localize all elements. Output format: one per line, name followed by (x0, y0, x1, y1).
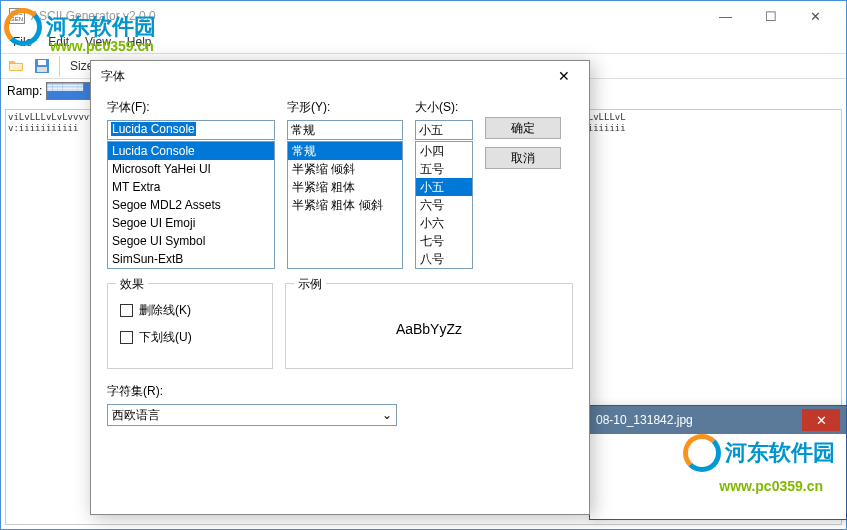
size-input[interactable]: 小五 (415, 120, 473, 140)
charset-select[interactable]: 西欧语言 ⌄ (107, 404, 397, 426)
watermark-url-2: www.pc0359.cn (719, 478, 823, 494)
list-item[interactable]: 小六 (416, 214, 472, 232)
list-item[interactable]: 半紧缩 倾斜 (288, 160, 402, 178)
font-dialog-title: 字体 (101, 68, 125, 85)
close-button[interactable]: ✕ (793, 2, 838, 30)
svg-rect-2 (37, 67, 47, 72)
list-item[interactable]: MT Extra (108, 178, 274, 196)
list-item[interactable]: 五号 (416, 160, 472, 178)
list-item[interactable]: Segoe UI Emoji (108, 214, 274, 232)
style-list[interactable]: 常规半紧缩 倾斜半紧缩 粗体半紧缩 粗体 倾斜 (287, 141, 403, 269)
strikeout-checkbox-row[interactable]: 删除线(K) (120, 302, 260, 319)
cancel-button[interactable]: 取消 (485, 147, 561, 169)
watermark-logo-2: 河东软件园 (679, 430, 835, 476)
sample-title: 示例 (294, 276, 326, 293)
underline-label: 下划线(U) (139, 329, 192, 346)
strikeout-checkbox[interactable] (120, 304, 133, 317)
list-item[interactable]: 小五 (416, 178, 472, 196)
charset-value: 西欧语言 (112, 407, 160, 424)
list-item[interactable]: 六号 (416, 196, 472, 214)
size-list[interactable]: 小四五号小五六号小六七号八号 (415, 141, 473, 269)
list-item[interactable]: Microsoft YaHei UI (108, 160, 274, 178)
list-item[interactable]: 八号 (416, 250, 472, 268)
effects-group: 效果 删除线(K) 下划线(U) (107, 283, 273, 369)
ok-button[interactable]: 确定 (485, 117, 561, 139)
save-icon[interactable] (31, 55, 53, 77)
ramp-label: Ramp: (7, 84, 42, 98)
list-item[interactable]: Segoe MDL2 Assets (108, 196, 274, 214)
preview-close-button[interactable]: ✕ (802, 409, 840, 431)
font-input[interactable]: Lucida Console (107, 120, 275, 140)
list-item[interactable]: 小四 (416, 142, 472, 160)
svg-rect-1 (38, 60, 46, 65)
list-item[interactable]: 常规 (288, 142, 402, 160)
logo-icon (0, 4, 46, 50)
underline-checkbox[interactable] (120, 331, 133, 344)
toolbar-separator (59, 56, 60, 76)
watermark-logo: 河东软件园 (0, 4, 156, 50)
list-item[interactable]: Lucida Console (108, 142, 274, 160)
preview-title: 08-10_131842.jpg (596, 413, 693, 427)
window-controls: — ☐ ✕ (703, 2, 838, 30)
chevron-down-icon: ⌄ (382, 408, 392, 422)
font-list[interactable]: Lucida ConsoleMicrosoft YaHei UIMT Extra… (107, 141, 275, 269)
list-item[interactable]: 半紧缩 粗体 (288, 178, 402, 196)
charset-label: 字符集(R): (107, 383, 573, 400)
list-item[interactable]: 七号 (416, 232, 472, 250)
logo-icon-2 (679, 430, 725, 476)
watermark-text: 河东软件园 (46, 12, 156, 42)
maximize-button[interactable]: ☐ (748, 2, 793, 30)
font-dialog: 字体 ✕ 字体(F): Lucida Console Lucida Consol… (90, 60, 590, 515)
effects-title: 效果 (116, 276, 148, 293)
size-label: 大小(S): (415, 99, 473, 116)
style-input[interactable]: 常规 (287, 120, 403, 140)
style-label: 字形(Y): (287, 99, 403, 116)
sample-group: 示例 AaBbYyZz (285, 283, 573, 369)
underline-checkbox-row[interactable]: 下划线(U) (120, 329, 260, 346)
sample-text: AaBbYyZz (396, 321, 462, 337)
list-item[interactable]: 半紧缩 粗体 倾斜 (288, 196, 402, 214)
list-item[interactable]: Segoe UI Symbol (108, 232, 274, 250)
list-item[interactable]: SimSun-ExtB (108, 250, 274, 268)
font-label: 字体(F): (107, 99, 275, 116)
minimize-button[interactable]: — (703, 2, 748, 30)
strikeout-label: 删除线(K) (139, 302, 191, 319)
font-dialog-close-button[interactable]: ✕ (549, 64, 579, 88)
watermark-text-2: 河东软件园 (725, 438, 835, 468)
font-dialog-titlebar: 字体 ✕ (91, 61, 589, 91)
open-icon[interactable] (5, 55, 27, 77)
